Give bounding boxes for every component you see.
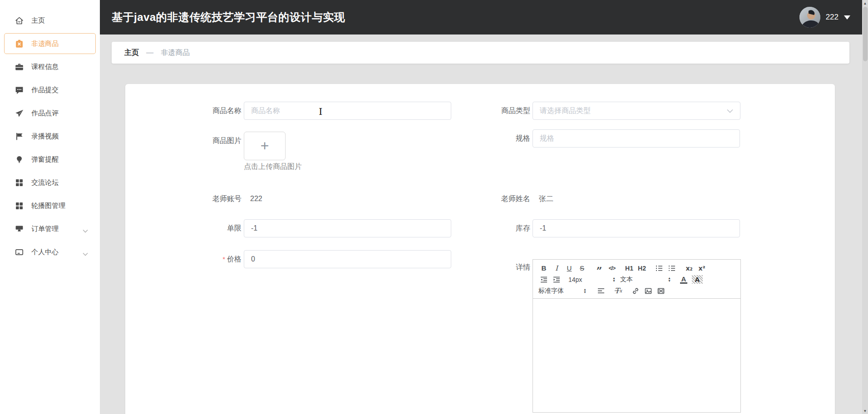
font-size-picker[interactable]: 14px ▲▼ bbox=[568, 274, 616, 285]
outdent-button[interactable] bbox=[538, 274, 549, 285]
upload-hint-text: 点击上传商品图片 bbox=[244, 162, 302, 172]
underline-button[interactable]: U bbox=[564, 263, 575, 274]
ordered-list-button[interactable] bbox=[654, 263, 665, 274]
text-color-button[interactable]: A bbox=[680, 276, 687, 284]
limit-input[interactable] bbox=[244, 219, 451, 237]
picker-arrows-icon: ▲▼ bbox=[668, 277, 671, 282]
app-title: 基于java的非遗传统技艺学习平台的设计与实现 bbox=[112, 10, 345, 25]
video-button[interactable] bbox=[656, 286, 666, 296]
breadcrumb: 主页 — 非遗商品 bbox=[112, 42, 849, 64]
grid-icon bbox=[15, 178, 24, 187]
limit-label: 单限 bbox=[180, 224, 244, 233]
picker-arrows-icon: ▲▼ bbox=[583, 288, 587, 294]
text-style-value: 文本 bbox=[620, 276, 633, 284]
main-content: 主页 — 非遗商品 商品名称 商品类型 请选择商品类型 商品图片 + bbox=[100, 34, 862, 414]
sidebar-item-orders[interactable]: 订单管理 bbox=[4, 218, 96, 239]
breadcrumb-separator: — bbox=[146, 49, 153, 57]
flag-icon bbox=[15, 132, 24, 141]
sidebar-item-carousel[interactable]: 轮播图管理 bbox=[4, 195, 96, 216]
sidebar-item-label: 非遗商品 bbox=[31, 39, 59, 48]
scrollbar-thumb[interactable] bbox=[863, 7, 868, 61]
font-size-value: 14px bbox=[568, 276, 582, 283]
bold-button[interactable]: B bbox=[538, 263, 549, 274]
chevron-down-icon bbox=[83, 250, 88, 257]
user-menu[interactable]: 222 bbox=[799, 0, 850, 34]
sidebar-item-label: 录播视频 bbox=[31, 132, 59, 141]
background-color-button[interactable]: A bbox=[692, 275, 703, 284]
text-style-picker[interactable]: 文本 ▲▼ bbox=[620, 274, 671, 285]
page-scrollbar[interactable]: ▲ ▼ bbox=[862, 0, 868, 414]
username-text: 222 bbox=[826, 13, 838, 22]
heading1-button[interactable]: H1 bbox=[624, 263, 635, 274]
chevron-down-icon bbox=[83, 227, 88, 234]
sidebar: 主页 非遗商品 课程信息 作品提交 bbox=[0, 0, 100, 414]
product-type-select[interactable]: 请选择商品类型 bbox=[533, 102, 740, 120]
clean-format-button[interactable]: Tx bbox=[613, 286, 624, 296]
product-image-label: 商品图片 bbox=[180, 132, 244, 146]
picker-arrows-icon: ▲▼ bbox=[612, 277, 616, 282]
indent-button[interactable] bbox=[551, 274, 562, 285]
sidebar-item-popup-reminder[interactable]: 弹窗提醒 bbox=[4, 149, 96, 170]
sidebar-item-home[interactable]: 主页 bbox=[4, 10, 96, 31]
teacher-name-value: 张二 bbox=[533, 194, 553, 204]
sidebar-item-submissions[interactable]: 作品提交 bbox=[4, 79, 96, 100]
sidebar-item-videos[interactable]: 录播视频 bbox=[4, 126, 96, 147]
mouse-cursor-ibeam: I bbox=[319, 106, 322, 117]
spec-input[interactable] bbox=[533, 129, 740, 148]
product-type-placeholder: 请选择商品类型 bbox=[540, 106, 591, 116]
teacher-name-label: 老师姓名 bbox=[469, 194, 533, 204]
card-icon bbox=[15, 247, 24, 257]
image-upload-button[interactable]: + bbox=[244, 132, 286, 160]
scrollbar-up-arrow[interactable]: ▲ bbox=[862, 0, 868, 6]
caret-down-icon bbox=[844, 15, 850, 20]
subscript-button[interactable]: x₂ bbox=[684, 263, 695, 274]
home-icon bbox=[15, 16, 24, 25]
sidebar-item-label: 课程信息 bbox=[31, 63, 59, 71]
sidebar-item-reviews[interactable]: 作品点评 bbox=[4, 103, 96, 123]
sidebar-item-label: 作品提交 bbox=[31, 86, 59, 94]
image-button[interactable] bbox=[643, 286, 654, 296]
sidebar-item-label: 个人中心 bbox=[31, 248, 59, 256]
bullet-list-button[interactable] bbox=[666, 263, 677, 274]
top-header: 基于java的非遗传统技艺学习平台的设计与实现 222 bbox=[100, 0, 862, 34]
price-label: *价格 bbox=[180, 255, 244, 264]
font-family-value: 标准字体 bbox=[538, 287, 564, 295]
user-avatar[interactable] bbox=[799, 7, 820, 28]
stock-label: 库存 bbox=[469, 224, 533, 233]
breadcrumb-home-link[interactable]: 主页 bbox=[124, 48, 139, 58]
sidebar-item-products[interactable]: 非遗商品 bbox=[4, 33, 96, 54]
grid-icon bbox=[15, 201, 24, 211]
stock-input[interactable] bbox=[533, 219, 740, 237]
teacher-account-label: 老师账号 bbox=[180, 194, 244, 204]
sidebar-item-label: 交流论坛 bbox=[31, 178, 59, 187]
pos-terminal-icon bbox=[15, 224, 24, 234]
sidebar-item-personal-center[interactable]: 个人中心 bbox=[4, 242, 96, 262]
sidebar-item-label: 主页 bbox=[31, 16, 45, 25]
italic-button[interactable]: I bbox=[551, 263, 562, 274]
product-name-input[interactable] bbox=[244, 102, 451, 120]
spec-label: 规格 bbox=[469, 134, 533, 143]
font-family-picker[interactable]: 标准字体 ▲▼ bbox=[538, 286, 587, 296]
sidebar-item-label: 订单管理 bbox=[31, 225, 59, 233]
breadcrumb-current: 非遗商品 bbox=[161, 48, 190, 58]
scrollbar-down-arrow[interactable]: ▼ bbox=[862, 408, 868, 414]
sidebar-item-label: 轮播图管理 bbox=[31, 202, 65, 210]
rich-text-editor: B I U S ” </> H1 H2 bbox=[533, 259, 741, 412]
strikethrough-button[interactable]: S bbox=[577, 263, 587, 274]
product-form-card: 商品名称 商品类型 请选择商品类型 商品图片 + 点击上传商品图片 规格 bbox=[125, 84, 835, 414]
blockquote-button[interactable]: ” bbox=[594, 263, 605, 274]
editor-content-area[interactable] bbox=[533, 299, 741, 413]
product-name-label: 商品名称 bbox=[180, 106, 244, 116]
teacher-account-value: 222 bbox=[244, 195, 262, 203]
align-button[interactable] bbox=[596, 286, 607, 296]
heading2-button[interactable]: H2 bbox=[636, 263, 647, 274]
price-input[interactable] bbox=[244, 250, 451, 268]
required-asterisk: * bbox=[222, 255, 225, 263]
sidebar-item-courses[interactable]: 课程信息 bbox=[4, 56, 96, 77]
comment-icon bbox=[15, 85, 24, 95]
chevron-down-icon bbox=[727, 107, 733, 115]
superscript-button[interactable]: x² bbox=[696, 263, 707, 274]
link-button[interactable] bbox=[630, 286, 641, 296]
sidebar-item-forum[interactable]: 交流论坛 bbox=[4, 172, 96, 193]
code-block-button[interactable]: </> bbox=[607, 263, 617, 274]
